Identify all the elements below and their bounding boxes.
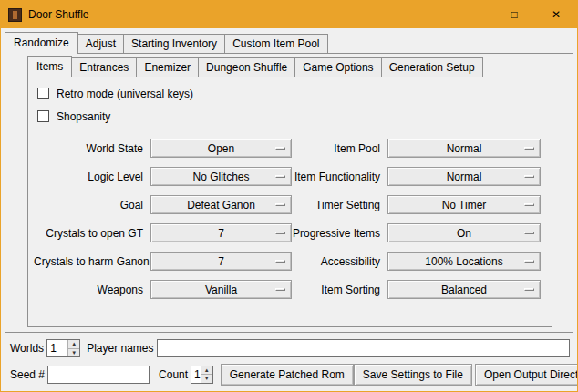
dropdown-indicator-icon <box>275 147 285 150</box>
dropdown-indicator-icon <box>524 260 534 263</box>
items-pane: Retro mode (universal keys) Shopsanity W… <box>27 77 552 327</box>
tab-game-options[interactable]: Game Options <box>294 57 381 77</box>
weapons-value: Vanilla <box>205 284 237 296</box>
minimize-icon: — <box>467 9 478 20</box>
tab-generation-setup[interactable]: Generation Setup <box>381 57 483 77</box>
spinner-arrows: ▲ ▼ <box>201 366 212 383</box>
crystals-open-gt-dropdown[interactable]: 7 <box>150 223 292 242</box>
tab-items[interactable]: Items <box>27 56 72 77</box>
item-pool-dropdown[interactable]: Normal <box>387 139 541 158</box>
window-title: Door Shuffle <box>28 8 89 21</box>
progressive-items-value: On <box>457 227 471 240</box>
count-label: Count <box>159 368 188 381</box>
tab-custom-item-pool[interactable]: Custom Item Pool <box>224 34 327 54</box>
window-controls: — □ ✕ <box>451 1 577 28</box>
open-output-directory-button[interactable]: Open Output Directory <box>475 364 578 386</box>
maximize-icon: □ <box>511 9 517 20</box>
crystals-open-gt-value: 7 <box>218 227 224 240</box>
worlds-spin-up-icon[interactable]: ▲ <box>68 340 79 348</box>
seed-row: Seed # Count 1 ▲ ▼ Generate Patched Rom … <box>10 363 570 386</box>
settings-row: Crystals to harm Ganon 7 Accessibility 1… <box>34 247 546 275</box>
logic-level-dropdown[interactable]: No Glitches <box>150 167 292 186</box>
item-functionality-label: Item Functionality <box>292 170 387 183</box>
dropdown-indicator-icon <box>524 203 534 206</box>
retro-mode-checkbox-row[interactable]: Retro mode (universal keys) <box>34 82 546 105</box>
settings-row: Goal Defeat Ganon Timer Setting No Timer <box>34 191 546 219</box>
randomize-pane: Items Entrances Enemizer Dungeon Shuffle… <box>5 53 573 333</box>
crystals-open-gt-label: Crystals to open GT <box>34 227 150 240</box>
inner-notebook: Items Entrances Enemizer Dungeon Shuffle… <box>27 56 552 327</box>
shopsanity-checkbox[interactable] <box>37 110 49 122</box>
worlds-value: 1 <box>47 340 67 356</box>
minimize-button[interactable]: — <box>451 1 493 28</box>
settings-grid: World State Open Item Pool Normal <box>34 134 546 304</box>
spinner-arrows: ▲ ▼ <box>67 340 79 356</box>
goal-dropdown[interactable]: Defeat Ganon <box>150 195 292 214</box>
accessibility-dropdown[interactable]: 100% Locations <box>387 252 541 271</box>
save-settings-button[interactable]: Save Settings to File <box>354 364 472 386</box>
world-state-label: World State <box>34 142 150 155</box>
settings-row: Weapons Vanilla Item Sorting Balanced <box>34 275 546 304</box>
crystals-harm-ganon-dropdown[interactable]: 7 <box>150 252 292 271</box>
tab-starting-inventory[interactable]: Starting Inventory <box>123 34 225 54</box>
close-icon: ✕ <box>552 9 561 20</box>
seed-input[interactable] <box>47 366 150 384</box>
dropdown-indicator-icon <box>275 175 285 178</box>
progressive-items-dropdown[interactable]: On <box>387 223 541 242</box>
count-spin-down-icon[interactable]: ▼ <box>201 374 212 383</box>
client-area: Randomize Adjust Starting Inventory Cust… <box>1 28 577 391</box>
tab-enemizer[interactable]: Enemizer <box>136 57 199 77</box>
player-names-label: Player names <box>87 342 153 355</box>
dropdown-indicator-icon <box>524 147 534 150</box>
timer-setting-value: No Timer <box>442 199 487 211</box>
count-spin-up-icon[interactable]: ▲ <box>201 366 212 375</box>
item-sorting-label: Item Sorting <box>292 284 387 296</box>
settings-row: Crystals to open GT 7 Progressive Items … <box>34 219 546 247</box>
item-sorting-dropdown[interactable]: Balanced <box>387 280 541 299</box>
goal-label: Goal <box>34 199 150 211</box>
retro-mode-checkbox[interactable] <box>37 88 49 99</box>
dropdown-indicator-icon <box>275 260 285 263</box>
accessibility-label: Accessibility <box>292 255 387 268</box>
item-pool-value: Normal <box>447 142 482 155</box>
outer-notebook: Randomize Adjust Starting Inventory Cust… <box>5 32 573 333</box>
tab-dungeon-shuffle[interactable]: Dungeon Shuffle <box>198 57 295 77</box>
accessibility-value: 100% Locations <box>425 255 502 268</box>
seed-label: Seed # <box>10 368 45 381</box>
weapons-label: Weapons <box>34 284 150 296</box>
dropdown-indicator-icon <box>275 232 285 234</box>
app-window: Door Shuffle — □ ✕ Randomize Adjust Star… <box>0 0 578 392</box>
tab-entrances[interactable]: Entrances <box>71 57 137 77</box>
generate-patched-rom-button[interactable]: Generate Patched Rom <box>221 364 354 386</box>
dropdown-indicator-icon <box>524 175 534 178</box>
count-spinbox[interactable]: 1 ▲ ▼ <box>191 366 213 384</box>
count-value: 1 <box>191 366 201 383</box>
item-functionality-value: Normal <box>447 170 482 183</box>
tab-adjust[interactable]: Adjust <box>77 34 124 54</box>
timer-setting-label: Timer Setting <box>292 199 387 211</box>
shopsanity-checkbox-row[interactable]: Shopsanity <box>34 105 546 128</box>
item-functionality-dropdown[interactable]: Normal <box>387 167 541 186</box>
title-bar[interactable]: Door Shuffle — □ ✕ <box>1 1 577 28</box>
app-icon <box>8 8 22 22</box>
crystals-harm-ganon-label: Crystals to harm Ganon <box>34 255 150 268</box>
logic-level-label: Logic Level <box>34 170 150 183</box>
player-names-input[interactable] <box>157 339 571 357</box>
shopsanity-label: Shopsanity <box>57 110 110 123</box>
world-state-value: Open <box>208 142 234 155</box>
settings-row: Logic Level No Glitches Item Functionali… <box>34 162 546 191</box>
crystals-harm-ganon-value: 7 <box>218 255 224 268</box>
timer-setting-dropdown[interactable]: No Timer <box>387 195 541 214</box>
close-button[interactable]: ✕ <box>535 1 577 28</box>
dropdown-indicator-icon <box>275 288 285 291</box>
worlds-spin-down-icon[interactable]: ▼ <box>68 348 79 357</box>
maximize-button[interactable]: □ <box>493 1 535 28</box>
worlds-row: Worlds 1 ▲ ▼ Player names <box>10 338 570 358</box>
tab-randomize[interactable]: Randomize <box>5 32 78 54</box>
worlds-spinbox[interactable]: 1 ▲ ▼ <box>46 339 80 357</box>
weapons-dropdown[interactable]: Vanilla <box>150 280 292 299</box>
goal-value: Defeat Ganon <box>187 199 255 211</box>
dropdown-indicator-icon <box>524 232 534 234</box>
inner-tab-bar: Items Entrances Enemizer Dungeon Shuffle… <box>27 56 552 77</box>
world-state-dropdown[interactable]: Open <box>150 139 292 158</box>
